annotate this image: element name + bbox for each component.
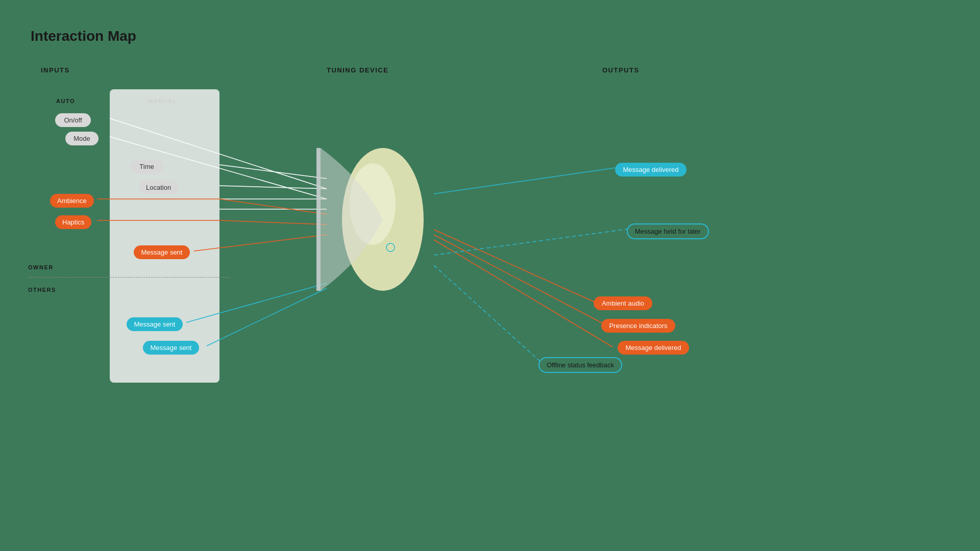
pill-message-sent-owner[interactable]: Message sent <box>134 245 190 259</box>
svg-line-11 <box>434 230 595 302</box>
manual-panel <box>110 89 219 383</box>
pill-location[interactable]: Location <box>139 181 178 194</box>
pill-ambient-audio[interactable]: Ambient audio <box>594 296 652 310</box>
pill-message-delivered-orange[interactable]: Message delivered <box>618 341 689 355</box>
svg-line-16 <box>434 265 541 362</box>
pill-message-sent-others-1[interactable]: Message sent <box>127 317 183 331</box>
pill-time[interactable]: Time <box>130 160 163 173</box>
label-outputs: OUTPUTS <box>602 66 640 74</box>
label-tuning: TUNING DEVICE <box>327 66 388 74</box>
label-auto: AUTO <box>56 98 75 104</box>
label-owner: OWNER <box>28 264 54 270</box>
pill-haptics[interactable]: Haptics <box>55 215 91 229</box>
label-inputs: INPUTS <box>41 66 70 74</box>
svg-line-13 <box>434 240 612 347</box>
pill-message-sent-others-2[interactable]: Message sent <box>143 341 199 355</box>
svg-rect-19 <box>316 148 321 291</box>
svg-line-12 <box>434 235 605 324</box>
pill-message-held[interactable]: Message held for later <box>627 223 709 239</box>
page-title: Interaction Map <box>31 28 136 44</box>
owner-others-divider <box>28 277 230 278</box>
svg-line-15 <box>434 229 628 255</box>
pill-onoff[interactable]: On/off <box>55 113 91 127</box>
tuning-device <box>301 138 434 301</box>
pill-ambience[interactable]: Ambience <box>50 194 94 208</box>
label-others: OTHERS <box>28 287 56 293</box>
svg-line-14 <box>434 168 615 194</box>
pill-offline-status[interactable]: Offline status feedback <box>538 357 622 373</box>
pill-message-delivered-top[interactable]: Message delivered <box>615 163 687 177</box>
pill-presence-indicators[interactable]: Presence indicators <box>601 319 675 333</box>
pill-mode[interactable]: Mode <box>65 132 99 145</box>
